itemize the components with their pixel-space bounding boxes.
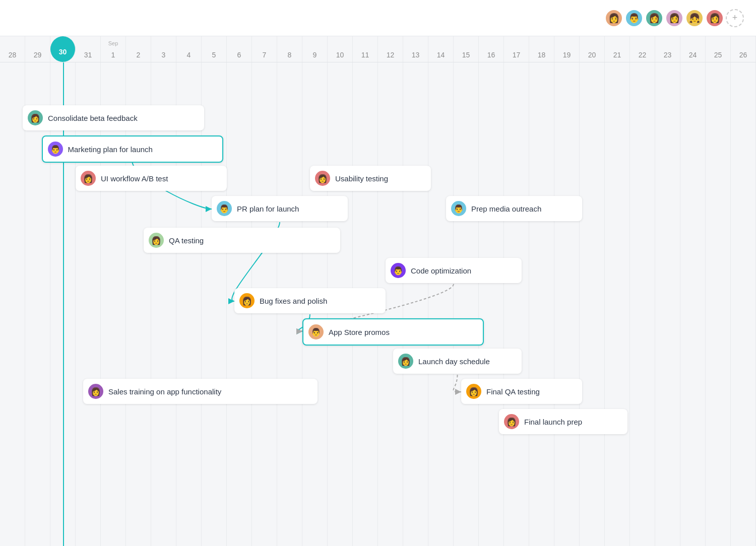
task-avatar-bug-fixes: 👩 — [239, 293, 255, 308]
date-cell-30: 30 — [50, 36, 76, 62]
task-avatar-marketing-plan: 👨 — [48, 142, 63, 157]
date-number-30: 30 — [56, 45, 70, 59]
task-card-final-launch-prep[interactable]: 👩Final launch prep — [499, 409, 627, 434]
date-cell-7: 7 — [252, 36, 277, 62]
task-avatar-prep-media: 👨 — [451, 201, 466, 216]
task-avatar-launch-day: 👩 — [398, 354, 413, 369]
date-cell-29: 29 — [25, 36, 50, 62]
date-number-31: 31 — [84, 51, 92, 59]
date-number-10: 10 — [336, 51, 344, 59]
date-number-15: 15 — [462, 51, 470, 59]
task-card-consolidate-beta[interactable]: 👩Consolidate beta feedback — [23, 105, 204, 130]
team-avatar-1[interactable]: 👩 — [605, 9, 623, 27]
date-cell-4: 4 — [176, 36, 202, 62]
date-number-22: 22 — [639, 51, 647, 59]
date-number-7: 7 — [263, 51, 267, 59]
date-number-28: 28 — [9, 51, 17, 59]
date-cell-2: 2 — [126, 36, 151, 62]
date-cell-22: 22 — [630, 36, 655, 62]
team-avatar-4[interactable]: 👩 — [665, 9, 683, 27]
date-number-11: 11 — [361, 51, 369, 59]
date-cell-19: 19 — [554, 36, 580, 62]
task-card-final-qa[interactable]: 👩Final QA testing — [461, 379, 582, 404]
task-label-sales-training: Sales training on app functionality — [108, 387, 221, 396]
task-card-app-store-promos[interactable]: 👨App Store promos — [302, 318, 484, 346]
date-number-19: 19 — [563, 51, 571, 59]
date-cell-23: 23 — [655, 36, 680, 62]
add-member-button[interactable]: + — [726, 9, 744, 27]
date-cell-25: 25 — [706, 36, 731, 62]
date-number-9: 9 — [313, 51, 317, 59]
date-cell-16: 16 — [479, 36, 504, 62]
date-number-6: 6 — [237, 51, 241, 59]
task-label-code-optimization: Code optimization — [411, 266, 471, 275]
date-number-5: 5 — [212, 51, 216, 59]
date-number-29: 29 — [34, 51, 42, 59]
date-number-23: 23 — [664, 51, 672, 59]
date-number-14: 14 — [437, 51, 445, 59]
task-avatar-app-store-promos: 👨 — [308, 324, 324, 339]
task-card-sales-training[interactable]: 👩Sales training on app functionality — [83, 379, 318, 404]
task-avatar-code-optimization: 👨 — [391, 263, 406, 278]
team-avatar-3[interactable]: 👩 — [645, 9, 663, 27]
date-number-8: 8 — [288, 51, 292, 59]
task-card-pr-plan[interactable]: 👨PR plan for launch — [212, 196, 348, 221]
date-cell-21: 21 — [605, 36, 630, 62]
task-label-launch-day: Launch day schedule — [418, 357, 490, 366]
task-card-bug-fixes[interactable]: 👩Bug fixes and polish — [234, 288, 386, 313]
date-number-18: 18 — [538, 51, 546, 59]
task-avatar-final-qa: 👩 — [466, 384, 481, 399]
date-cell-26: 26 — [731, 36, 756, 62]
task-label-qa-testing: QA testing — [169, 236, 204, 245]
date-number-12: 12 — [387, 51, 395, 59]
date-number-4: 4 — [187, 51, 191, 59]
date-cell-12: 12 — [378, 36, 403, 62]
task-label-app-store-promos: App Store promos — [329, 328, 390, 336]
task-label-prep-media: Prep media outreach — [471, 204, 541, 213]
date-cell-9: 9 — [302, 36, 328, 62]
date-cell-10: 10 — [328, 36, 353, 62]
task-label-marketing-plan: Marketing plan for launch — [68, 145, 153, 154]
task-label-final-launch-prep: Final launch prep — [524, 418, 582, 426]
date-cell-8: 8 — [277, 36, 302, 62]
task-label-consolidate-beta: Consolidate beta feedback — [48, 114, 138, 122]
date-number-26: 26 — [739, 51, 747, 59]
task-avatar-consolidate-beta: 👩 — [28, 110, 43, 125]
task-card-marketing-plan[interactable]: 👨Marketing plan for launch — [42, 135, 223, 163]
team-avatar-2[interactable]: 👨 — [625, 9, 643, 27]
task-card-launch-day[interactable]: 👩Launch day schedule — [393, 349, 522, 374]
date-number-20: 20 — [588, 51, 596, 59]
task-card-code-optimization[interactable]: 👨Code optimization — [386, 258, 522, 283]
date-cell-31: 31 — [76, 36, 101, 62]
task-label-final-qa: Final QA testing — [486, 387, 540, 396]
date-cell-13: 13 — [403, 36, 428, 62]
date-number-25: 25 — [714, 51, 722, 59]
date-number-13: 13 — [412, 51, 420, 59]
task-avatar-sales-training: 👩 — [88, 384, 103, 399]
header: 👩👨👩👩👧👩+ — [0, 0, 756, 36]
date-cell-1: Sep1 — [101, 36, 126, 62]
team-avatar-5[interactable]: 👧 — [685, 9, 704, 27]
date-number-1: 1 — [111, 51, 115, 59]
date-number-24: 24 — [689, 51, 697, 59]
date-cell-14: 14 — [428, 36, 454, 62]
date-cell-3: 3 — [151, 36, 176, 62]
date-cell-20: 20 — [580, 36, 605, 62]
date-cell-24: 24 — [680, 36, 706, 62]
date-cell-18: 18 — [529, 36, 554, 62]
date-number-21: 21 — [613, 51, 621, 59]
task-card-qa-testing[interactable]: 👩QA testing — [144, 228, 340, 253]
task-card-usability-testing[interactable]: 👩Usability testing — [310, 166, 431, 191]
task-avatar-ui-workflow: 👩 — [81, 171, 96, 186]
date-cell-17: 17 — [504, 36, 529, 62]
task-card-ui-workflow[interactable]: 👩UI workflow A/B test — [76, 166, 227, 191]
team-avatar-6[interactable]: 👩 — [706, 9, 724, 27]
task-avatar-final-launch-prep: 👩 — [504, 414, 519, 429]
task-avatar-usability-testing: 👩 — [315, 171, 330, 186]
task-card-prep-media[interactable]: 👨Prep media outreach — [446, 196, 582, 221]
date-cell-28: 28 — [0, 36, 25, 62]
calendar-container: 28293031Sep12345678910111213141516171819… — [0, 36, 756, 546]
task-label-ui-workflow: UI workflow A/B test — [101, 174, 168, 183]
date-cell-6: 6 — [227, 36, 252, 62]
task-avatar-qa-testing: 👩 — [149, 233, 164, 248]
